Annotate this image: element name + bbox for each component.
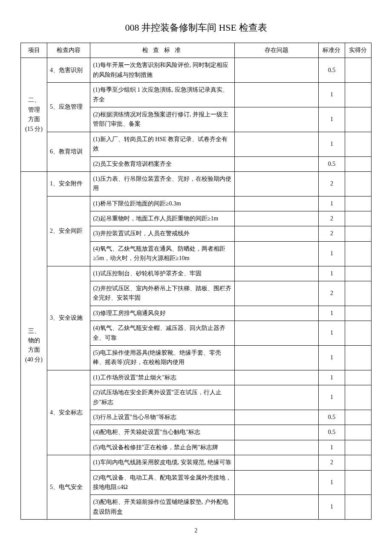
std-score-cell: 2 bbox=[318, 455, 345, 470]
standard-cell: (2)试压场地在安全距离外设置"正在试压，行人止步"标志 bbox=[90, 385, 234, 410]
standard-cell: (2)电气设备、电动工具、配电装置等金属外壳接地，接地电阻≤4Ω bbox=[90, 470, 234, 495]
content-cell: 2、安全间距 bbox=[47, 196, 90, 266]
issues-cell bbox=[234, 281, 318, 306]
issues-cell bbox=[234, 321, 318, 346]
std-score-cell: 1 bbox=[318, 495, 345, 520]
standard-cell: (1)桥吊下限位距地面的间距≥0.3m bbox=[90, 196, 234, 211]
std-score-cell: 1 bbox=[318, 306, 345, 321]
std-score-cell: 1 bbox=[318, 266, 345, 281]
content-cell: 3、安全设施 bbox=[47, 266, 90, 370]
th-content: 检查内容 bbox=[47, 43, 90, 58]
standard-cell: (3)修理工房排气扇通风良好 bbox=[90, 306, 234, 321]
table-header-row: 项目 检查内容 检 查 标 准 存在问题 标准分 实得分 bbox=[21, 43, 372, 58]
standard-cell: (3)行吊上设置"当心吊物"等标志 bbox=[90, 410, 234, 425]
standard-cell: (2)员工安全教育培训档案齐全 bbox=[90, 156, 234, 171]
table-row: 三、 物的 方面 (40 分)1、安全附件(1)压力表、行吊限位装置齐全、完好，… bbox=[21, 171, 372, 196]
issues-cell bbox=[234, 211, 318, 226]
standard-cell: (4)氧气、乙炔气瓶放置在通风、防晒处，两者相距≥5m，动火时，分别与火源相距≥… bbox=[90, 241, 234, 266]
std-score-cell: 1 bbox=[318, 470, 345, 495]
issues-cell bbox=[234, 306, 318, 321]
content-cell: 4、危害识别 bbox=[47, 58, 90, 83]
got-score-cell bbox=[345, 455, 371, 470]
std-score-cell: 1 bbox=[318, 440, 345, 455]
th-project: 项目 bbox=[21, 43, 47, 58]
got-score-cell bbox=[345, 211, 371, 226]
issues-cell bbox=[234, 370, 318, 385]
standard-cell: (5)电气设备检修挂"正在检修，禁止合闸"标志牌 bbox=[90, 440, 234, 455]
issues-cell bbox=[234, 58, 318, 83]
issues-cell bbox=[234, 83, 318, 107]
std-score-cell: 1 bbox=[318, 385, 345, 410]
issues-cell bbox=[234, 107, 318, 132]
got-score-cell bbox=[345, 425, 371, 440]
content-cell: 4、安全标志 bbox=[47, 370, 90, 455]
table-row: 5、电气安全(1)车间内电气线路采用胶皮电缆, 安装规范, 绝缘可靠2 bbox=[21, 455, 372, 470]
got-score-cell bbox=[345, 58, 371, 83]
issues-cell bbox=[234, 345, 318, 370]
got-score-cell bbox=[345, 196, 371, 211]
got-score-cell bbox=[345, 107, 371, 132]
page-title: 008 井控装备修制车间 HSE 检查表 bbox=[20, 21, 372, 34]
std-score-cell: 2 bbox=[318, 211, 345, 226]
got-score-cell bbox=[345, 171, 371, 196]
table-row: 4、安全标志(1)工作场所设置"禁止烟火"标志1 bbox=[21, 370, 372, 385]
std-score-cell: 1 bbox=[318, 241, 345, 266]
issues-cell bbox=[234, 440, 318, 455]
issues-cell bbox=[234, 425, 318, 440]
got-score-cell bbox=[345, 226, 371, 241]
std-score-cell: 1 bbox=[318, 107, 345, 132]
issues-cell bbox=[234, 410, 318, 425]
issues-cell bbox=[234, 156, 318, 171]
project-cell: 二、 管理 方面 (15 分) bbox=[21, 58, 47, 172]
got-score-cell bbox=[345, 266, 371, 281]
th-standard: 检 查 标 准 bbox=[90, 43, 234, 58]
content-cell: 1、安全附件 bbox=[47, 171, 90, 196]
got-score-cell bbox=[345, 495, 371, 520]
std-score-cell: 1 bbox=[318, 83, 345, 107]
table-row: 2、安全间距(1)桥吊下限位距地面的间距≥0.3m1 bbox=[21, 196, 372, 211]
standard-cell: (1)每年开展一次危害识别和风险评价, 同时制定相应的风险削减与控制措施 bbox=[90, 58, 234, 83]
std-score-cell: 0.5 bbox=[318, 425, 345, 440]
issues-cell bbox=[234, 196, 318, 211]
got-score-cell bbox=[345, 306, 371, 321]
issues-cell bbox=[234, 495, 318, 520]
got-score-cell bbox=[345, 440, 371, 455]
issues-cell bbox=[234, 226, 318, 241]
table-row: 5、应急管理(1)每季至少组织 1 次应急演练, 应急演练记录真实、齐全1 bbox=[21, 83, 372, 107]
got-score-cell bbox=[345, 370, 371, 385]
got-score-cell bbox=[345, 132, 371, 156]
issues-cell bbox=[234, 470, 318, 495]
th-issues: 存在问题 bbox=[234, 43, 318, 58]
content-cell: 5、电气安全 bbox=[47, 455, 90, 520]
got-score-cell bbox=[345, 281, 371, 306]
standard-cell: (2)起吊重物时，地面工作人员距重物的间距≥1m bbox=[90, 211, 234, 226]
std-score-cell: 1 bbox=[318, 321, 345, 346]
standard-cell: (1)车间内电气线路采用胶皮电缆, 安装规范, 绝缘可靠 bbox=[90, 455, 234, 470]
standard-cell: (5)电工操作使用器具(绝缘胶靴、绝缘手套、零壳棒、摇表等)完好，在校检期内使用 bbox=[90, 345, 234, 370]
project-cell: 三、 物的 方面 (40 分) bbox=[21, 171, 47, 519]
checklist-table: 项目 检查内容 检 查 标 准 存在问题 标准分 实得分 二、 管理 方面 (1… bbox=[20, 43, 372, 520]
page-number: 2 bbox=[20, 527, 372, 534]
std-score-cell: 2 bbox=[318, 281, 345, 306]
std-score-cell: 1 bbox=[318, 345, 345, 370]
table-row: 3、安全设施(1)试压控制台、砂轮机等护罩齐全、牢固1 bbox=[21, 266, 372, 281]
issues-cell bbox=[234, 241, 318, 266]
got-score-cell bbox=[345, 83, 371, 107]
issues-cell bbox=[234, 455, 318, 470]
std-score-cell: 0.5 bbox=[318, 410, 345, 425]
std-score-cell: 1 bbox=[318, 370, 345, 385]
issues-cell bbox=[234, 385, 318, 410]
standard-cell: (1)每季至少组织 1 次应急演练, 应急演练记录真实、齐全 bbox=[90, 83, 234, 107]
got-score-cell bbox=[345, 410, 371, 425]
standard-cell: (4)配电柜、开关箱处设置"当心触电"标志 bbox=[90, 425, 234, 440]
standard-cell: (1)新入厂、转岗员工的 HSE 教育记录、试卷齐全有效 bbox=[90, 132, 234, 156]
got-score-cell bbox=[345, 345, 371, 370]
got-score-cell bbox=[345, 241, 371, 266]
table-row: 6、教育培训(1)新入厂、转岗员工的 HSE 教育记录、试卷齐全有效1 bbox=[21, 132, 372, 156]
table-row: 二、 管理 方面 (15 分)4、危害识别(1)每年开展一次危害识别和风险评价,… bbox=[21, 58, 372, 83]
issues-cell bbox=[234, 132, 318, 156]
th-got-score: 实得分 bbox=[345, 43, 371, 58]
got-score-cell bbox=[345, 470, 371, 495]
std-score-cell: 0.5 bbox=[318, 58, 345, 83]
got-score-cell bbox=[345, 321, 371, 346]
